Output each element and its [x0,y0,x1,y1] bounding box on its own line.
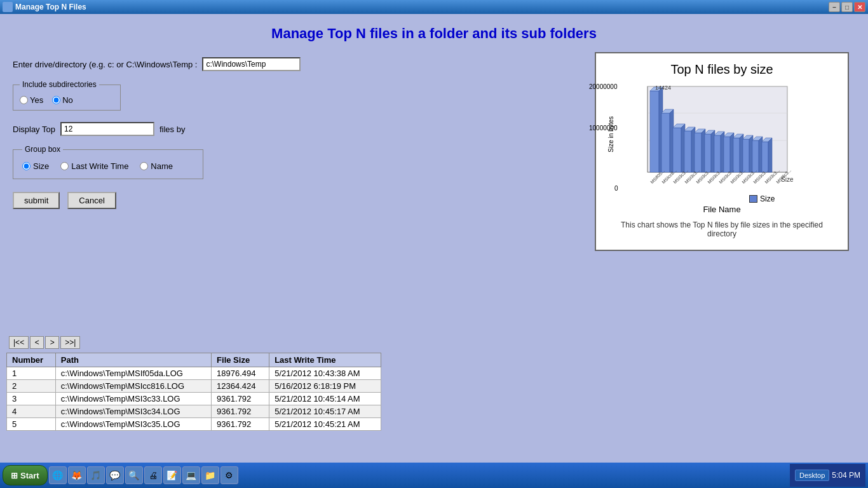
cancel-button[interactable]: Cancel [67,192,116,209]
start-icon: ⊞ [11,471,18,480]
taskbar-icon-4[interactable]: 🔍 [125,466,143,484]
col-filesize: File Size [212,353,269,367]
desktop-button[interactable]: Desktop [795,470,829,481]
radio-row: Yes No [20,95,114,105]
title-bar-left: Manage Top N Files [3,2,86,12]
cell-size: 18976.494 [212,367,269,380]
chart-title: Top N files by size [607,62,836,77]
taskbar-right: Desktop 5:04 PM [790,464,865,487]
pagination: |<< < > >>| [6,336,381,349]
start-label: Start [20,471,39,480]
cell-path: c:\Windows\Temp\MSI3c34.LOG [55,405,211,418]
size-radio[interactable] [22,162,31,170]
svg-rect-12 [673,128,681,172]
taskbar-icon-2[interactable]: 🎵 [87,466,105,484]
svg-rect-24 [714,135,721,172]
main-content: Manage Top N files in a folder and its s… [0,14,868,463]
yes-radio[interactable] [20,96,28,104]
cell-num: 3 [7,393,56,405]
name-radio[interactable] [140,162,148,170]
cell-size: 9361.792 [212,393,269,405]
app-icon [3,2,13,12]
taskbar: ⊞ Start 🌐 🦊 🎵 💬 🔍 🖨 📝 💻 📁 ⚙ Desktop 5:04… [0,463,868,488]
no-radio[interactable] [52,96,60,104]
taskbar-icon-8[interactable]: 📁 [201,466,219,484]
cell-time: 5/21/2012 10:45:21 AM [269,418,381,431]
chart-description: This chart shows the Top N files by file… [607,220,836,238]
svg-marker-41 [768,138,772,172]
cell-num: 1 [7,367,56,380]
col-lastwrite: Last Write Time [269,353,381,367]
x-axis-label: File Name [607,205,836,214]
svg-rect-30 [733,138,740,172]
table-row: 4 c:\Windows\Temp\MSI3c34.LOG 9361.792 5… [7,405,381,418]
first-page-button[interactable]: |<< [9,336,29,349]
sort-size-label: Size [33,161,49,171]
sort-row: Size Last Write Time Name [22,161,194,171]
subdir-legend: Include subdirectories [20,80,99,89]
taskbar-clock: 5:04 PM [832,471,860,480]
group-legend: Group box [22,145,63,154]
files-by-label: files by [159,125,185,134]
table-row: 5 c:\Windows\Temp\MSI3c35.LOG 9361.792 5… [7,418,381,431]
minimize-button[interactable]: – [829,2,840,12]
next-page-button[interactable]: > [45,336,59,349]
cell-time: 5/16/2012 6:18:19 PM [269,380,381,393]
cell-size: 9361.792 [212,405,269,418]
svg-rect-9 [661,113,670,172]
start-button[interactable]: ⊞ Start [3,465,48,485]
chart-legend-row: Size [749,194,836,203]
taskbar-icon-0[interactable]: 🌐 [49,466,67,484]
title-bar: Manage Top N Files – □ ✕ [0,0,868,14]
legend-color-box [749,195,757,203]
yes-radio-label[interactable]: Yes [20,95,43,105]
time-radio-label[interactable]: Last Write Time [60,161,128,171]
submit-button[interactable]: submit [13,192,60,209]
name-radio-label[interactable]: Name [140,161,173,171]
subdir-group: Include subdirectories Yes No [13,80,121,111]
taskbar-icon-7[interactable]: 💻 [182,466,200,484]
sort-time-label: Last Write Time [71,161,128,171]
cell-path: c:\Windows\Temp\MSI3c33.LOG [55,393,211,405]
y-axis-label: Size in bytes [607,116,614,152]
cell-time: 5/21/2012 10:45:17 AM [269,405,381,418]
time-radio[interactable] [60,162,69,170]
cell-size: 9361.792 [212,418,269,431]
size-radio-label[interactable]: Size [22,161,49,171]
cell-time: 5/21/2012 10:45:14 AM [269,393,381,405]
title-bar-text: Manage Top N Files [15,3,86,11]
svg-rect-27 [724,137,730,172]
taskbar-icon-9[interactable]: ⚙ [220,466,238,484]
col-number: Number [7,353,56,367]
cell-num: 4 [7,405,56,418]
drive-input[interactable] [202,57,301,71]
taskbar-icon-1[interactable]: 🦊 [68,466,86,484]
svg-rect-18 [695,133,702,172]
taskbar-icon-6[interactable]: 📝 [163,466,181,484]
no-radio-label[interactable]: No [52,95,73,105]
table-row: 3 c:\Windows\Temp\MSI3c33.LOG 9361.792 5… [7,393,381,405]
cell-path: c:\Windows\Temp\MSIf05da.LOG [55,367,211,380]
display-top-input[interactable] [60,122,154,136]
cell-path: c:\Windows\Temp\MSI3c35.LOG [55,418,211,431]
taskbar-icon-3[interactable]: 💬 [106,466,124,484]
prev-page-button[interactable]: < [30,336,44,349]
yes-label: Yes [30,95,43,105]
svg-rect-21 [705,134,711,172]
cell-size: 12364.424 [212,380,269,393]
svg-text:14424: 14424 [655,85,671,91]
sort-name-label: Name [151,161,173,171]
drive-label: Enter drive/directory (e.g. c: or C:\Win… [13,60,197,69]
sort-group: Group box Size Last Write Time Name [13,145,203,179]
table-row: 1 c:\Windows\Temp\MSIf05da.LOG 18976.494… [7,367,381,380]
svg-rect-33 [743,139,749,172]
svg-rect-15 [684,131,691,172]
cell-time: 5/21/2012 10:43:38 AM [269,367,381,380]
restore-button[interactable]: □ [841,2,853,12]
cell-num: 2 [7,380,56,393]
close-button[interactable]: ✕ [854,2,865,12]
data-table: Number Path File Size Last Write Time 1 … [6,353,381,431]
taskbar-icon-5[interactable]: 🖨 [144,466,162,484]
cell-num: 5 [7,418,56,431]
last-page-button[interactable]: >>| [60,336,80,349]
